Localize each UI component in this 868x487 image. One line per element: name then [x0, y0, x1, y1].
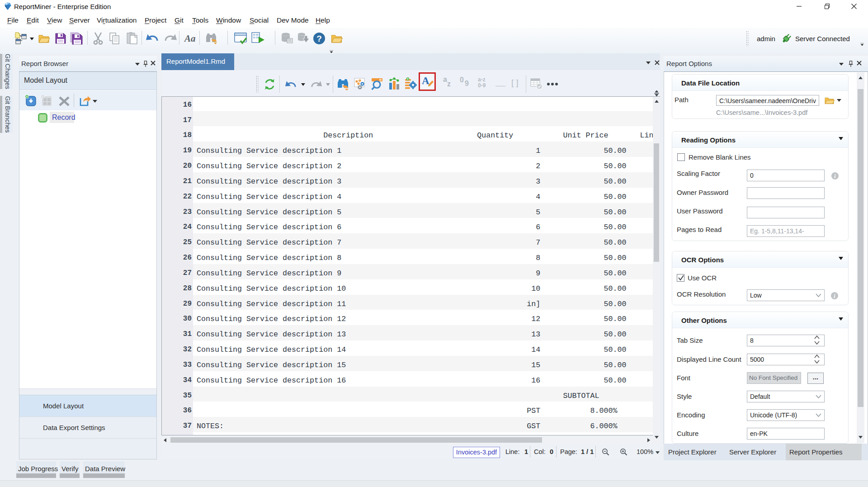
- svg-text:?: ?: [316, 34, 322, 43]
